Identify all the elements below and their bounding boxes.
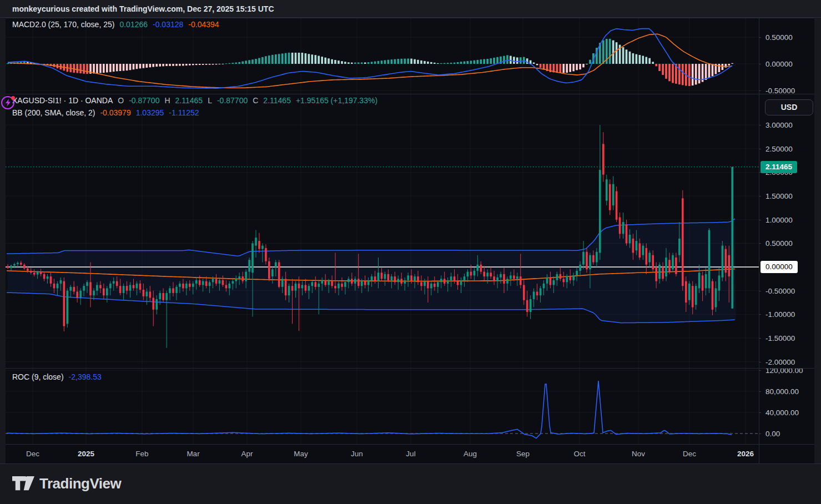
time-axis-label-mar[interactable]: Mar	[187, 450, 199, 458]
bb-value-0: -0.03979	[100, 108, 130, 117]
time-axis-label-jul[interactable]: Jul	[406, 450, 415, 458]
time-axis[interactable]: Dec2025FebMarAprMayJunJulAugSepOctNovDec…	[0, 444, 821, 464]
bb-legend[interactable]: BB (200, SMA, close, 2) -0.039791.03295-…	[12, 108, 199, 117]
ohlc-value-8: +1.95165 (+1,197.33%)	[296, 96, 377, 105]
pane-separator-top	[6, 18, 814, 18]
time-axis-label-sep[interactable]: Sep	[516, 450, 530, 458]
price-axis-label-6: -0.50000	[765, 286, 795, 295]
time-axis-label-oct[interactable]: Oct	[573, 450, 585, 458]
zero-price-label: 0.00000	[760, 261, 798, 273]
roc-value-0: -2,398.53	[69, 372, 102, 381]
roc-axis-label-2: 40,000.00	[765, 409, 799, 417]
price-axis-separator	[759, 18, 759, 464]
symbol-legend[interactable]: XAGUSD-SI1! · 1D · OANDA O-0.87700H2.114…	[12, 96, 377, 105]
ohlc-value-1: -0.87700	[129, 96, 159, 105]
price-axis-label-0: 3.00000	[765, 121, 793, 129]
price-pane[interactable]: XAGUSD-SI1! · 1D · OANDA O-0.87700H2.114…	[0, 94, 821, 368]
roc-axis-label-0: 120,000.00	[765, 368, 803, 375]
macd-plot	[7, 29, 733, 89]
price-axis-label-5: 0.50000	[765, 239, 793, 248]
roc-axis-label-3: 0.00	[765, 430, 780, 438]
tradingview-logo-icon	[12, 473, 34, 493]
macd-legend[interactable]: MACD2.0 (25, 170, close, 25) 0.01266-0.0…	[12, 20, 219, 29]
price-axis-label-1: 2.50000	[765, 144, 793, 153]
time-axis-label-dec[interactable]: Dec	[26, 450, 39, 458]
time-axis-label-2026[interactable]: 2026	[737, 450, 754, 458]
price-axis-label-3: 1.50000	[765, 192, 793, 200]
tradingview-chart-window: monkeycurious created with TradingView.c…	[0, 0, 821, 504]
roc-legend-title: ROC (9, close)	[12, 372, 64, 381]
macd-axis-label-0: 0.50000	[765, 33, 793, 42]
currency-usd-button[interactable]: USD	[765, 99, 813, 115]
time-axis-label-aug[interactable]: Aug	[464, 450, 477, 458]
bb-value-2: -1.11252	[169, 108, 199, 117]
ohlc-value-0: O	[118, 96, 124, 105]
bb-value-1: 1.03295	[136, 108, 164, 117]
macd-pane[interactable]: MACD2.0 (25, 170, close, 25) 0.01266-0.0…	[0, 18, 821, 94]
header-bar: monkeycurious created with TradingView.c…	[0, 0, 821, 18]
macd-axis-label-1: 0.00000	[765, 60, 793, 68]
roc-line	[7, 381, 732, 439]
time-axis-label-dec[interactable]: Dec	[683, 450, 696, 458]
grid-lines	[6, 18, 759, 94]
time-axis-label-feb[interactable]: Feb	[135, 450, 148, 458]
time-axis-label-jun[interactable]: Jun	[351, 450, 363, 458]
time-axis-label-nov[interactable]: Nov	[632, 450, 645, 458]
ohlc-value-4: L	[208, 96, 212, 105]
macd-value-2: -0.04394	[188, 20, 219, 29]
macd-value-0: 0.01266	[119, 20, 148, 29]
macd-axis-label-2: -0.50000	[765, 87, 795, 94]
ohlc-value-2: H	[164, 96, 170, 105]
watermark-title: monkeycurious created with TradingView.c…	[12, 4, 274, 13]
price-axis-label-4: 1.00000	[765, 215, 793, 224]
ohlc-value-7: 2.11465	[263, 96, 291, 105]
time-axis-label-apr[interactable]: Apr	[241, 450, 253, 458]
pane-separator-macd-price[interactable]	[6, 94, 814, 94]
price-axis-label-7: -1.00000	[765, 310, 795, 319]
last-price-value: 2.11465	[765, 163, 792, 171]
time-axis-label-2025[interactable]: 2025	[78, 450, 94, 458]
ohlc-value-5: -0.87700	[217, 96, 248, 105]
symbol-title: XAGUSD-SI1! · 1D · OANDA	[12, 96, 113, 105]
roc-axis-label-1: 80,000.00	[765, 387, 799, 396]
price-axis-label-9: -2.00000	[765, 357, 795, 366]
tradingview-brand-text: TradingView	[39, 475, 121, 492]
price-chart-canvas[interactable]	[0, 94, 821, 368]
time-axis-label-may[interactable]: May	[294, 450, 308, 458]
market-status-flash-icon[interactable]	[0, 94, 17, 110]
macd-chart-canvas[interactable]	[0, 18, 821, 94]
last-price-label: 2.11465	[760, 161, 797, 173]
ohlc-value-3: 2.11465	[175, 96, 203, 105]
zero-price-value: 0.00000	[765, 263, 793, 271]
roc-chart-canvas[interactable]	[0, 368, 821, 444]
price-axis-label-8: -1.50000	[765, 334, 795, 342]
macd-value-1: -0.03128	[153, 20, 183, 29]
bb-legend-title: BB (200, SMA, close, 2)	[12, 108, 95, 117]
tradingview-brand-link[interactable]: TradingView	[12, 473, 121, 493]
roc-legend[interactable]: ROC (9, close) -2,398.53	[12, 372, 102, 381]
pane-separator-roc-time	[6, 444, 814, 445]
pane-separator-price-roc[interactable]	[6, 368, 814, 369]
roc-pane[interactable]: ROC (9, close) -2,398.53 120,000.0080,00…	[0, 368, 821, 444]
ohlc-value-6: C	[253, 96, 258, 105]
macd-legend-title: MACD2.0 (25, 170, close, 25)	[12, 20, 114, 29]
footer-bar: TradingView	[0, 464, 821, 504]
